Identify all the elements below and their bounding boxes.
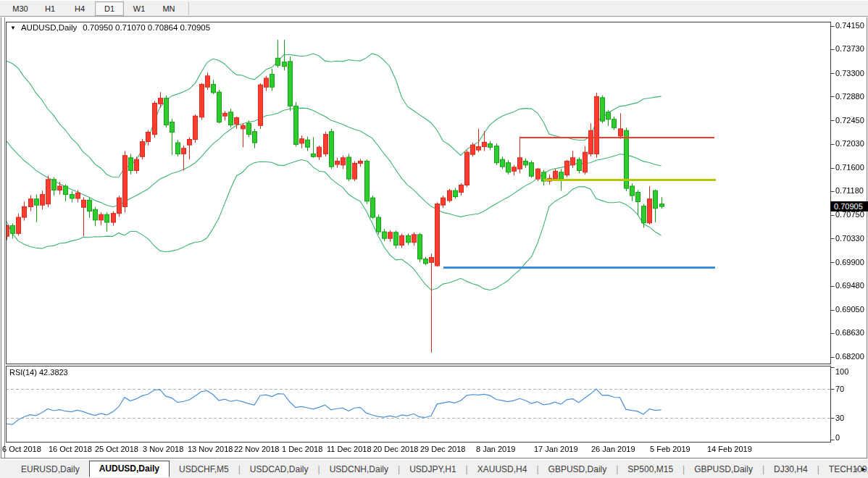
date-label: 3 Nov 2018 [143, 445, 183, 453]
price-tick-label: 0.68630 [835, 328, 864, 337]
date-label: 6 Oct 2018 [2, 445, 41, 453]
rsi-tick-label: 100 [835, 367, 848, 376]
date-label: 26 Jan 2019 [591, 445, 635, 453]
timeframe-button-H4[interactable]: H4 [65, 1, 94, 16]
date-label: 29 Dec 2018 [420, 445, 465, 453]
price-tick-label: 0.70750 [835, 210, 864, 219]
timeframe-button-M30[interactable]: M30 [6, 1, 35, 16]
tab-scroll-right-icon[interactable]: ▸ [861, 464, 866, 474]
rsi-tick-label: 30 [835, 414, 844, 422]
price-tick-label: 0.70330 [835, 234, 864, 243]
chart-dropdown-icon[interactable]: ▼ [10, 25, 16, 31]
tab-scroll-left-icon[interactable]: ◂ [854, 464, 858, 474]
date-label: 16 Oct 2018 [49, 445, 92, 453]
price-tick-label: 0.72450 [835, 116, 864, 125]
symbol-tab-bar: EURUSD,DailyAUDUSD,DailyUSDCHF,M5|USDCAD… [0, 459, 868, 478]
date-label: 17 Jan 2019 [534, 445, 578, 453]
timeframe-button-D1[interactable]: D1 [95, 1, 124, 16]
tab-dj30-h4[interactable]: DJ30,H4 [764, 461, 817, 477]
price-tick-label: 0.72880 [835, 92, 864, 101]
price-tick-label: 0.73730 [835, 44, 864, 53]
price-chart-canvas[interactable] [0, 0, 868, 478]
date-label: 1 Dec 2018 [282, 445, 322, 453]
rsi-indicator-label: RSI(14) 42.3823 [9, 368, 68, 377]
tab-usdchf-m5[interactable]: USDCHF,M5 [170, 461, 238, 477]
tab-eurusd-daily[interactable]: EURUSD,Daily [12, 461, 89, 477]
toolbar-separator [188, 2, 189, 15]
timeframe-button-W1[interactable]: W1 [125, 1, 154, 16]
date-label: 14 Feb 2019 [707, 445, 752, 453]
date-label: 5 Feb 2019 [650, 445, 690, 453]
tab-xauusd-h4[interactable]: XAUUSD,H4 [468, 461, 537, 477]
price-tick-label: 0.69050 [835, 305, 864, 314]
tab-gbpusd-daily[interactable]: GBPUSD,Daily [539, 461, 617, 477]
rsi-name: RSI(14) [9, 368, 37, 377]
timeframe-button-MN[interactable]: MN [154, 1, 183, 16]
date-label: 25 Oct 2018 [95, 445, 138, 453]
tab-gbpusd-daily[interactable]: GBPUSD,Daily [685, 461, 762, 477]
timeframe-button-H1[interactable]: H1 [36, 1, 64, 16]
price-tick-label: 0.74150 [835, 21, 864, 30]
chart-title: ▼AUDUSD,Daily0.70950 0.71070 0.70864 0.7… [10, 23, 210, 32]
tab-usdcad-daily[interactable]: USDCAD,Daily [241, 461, 318, 477]
tab-scroll-buttons: ◂ ▸ [854, 464, 866, 474]
tab-usdcnh-daily[interactable]: USDCNH,Daily [320, 461, 398, 477]
tab-usdjpy-h1[interactable]: USDJPY,H1 [400, 461, 465, 477]
tab-list: EURUSD,DailyAUDUSD,DailyUSDCHF,M5|USDCAD… [12, 461, 868, 477]
date-label: 22 Nov 2018 [234, 445, 279, 453]
mt4-window: M30H1H4D1W1MN ▼AUDUSD,Daily0.70950 0.710… [0, 0, 868, 478]
rsi-tick-label: 70 [835, 385, 844, 393]
rsi-tick-label: 0 [835, 433, 840, 442]
price-tick-label: 0.71600 [835, 163, 864, 172]
timeframe-toolbar: M30H1H4D1W1MN [0, 0, 868, 17]
chart-ohlc-values: 0.70950 0.71070 0.70864 0.70905 [83, 23, 210, 32]
price-tick-label: 0.69480 [835, 281, 864, 290]
date-label: 20 Dec 2018 [373, 445, 418, 453]
date-label: 8 Jan 2019 [476, 445, 515, 453]
price-tick-label: 0.68200 [835, 352, 864, 361]
tab-audusd-daily[interactable]: AUDUSD,Daily [89, 461, 170, 477]
tab-sp500-m15[interactable]: SP500,M15 [618, 461, 683, 477]
chart-symbol-label: AUDUSD,Daily [21, 23, 77, 32]
rsi-value: 42.3823 [39, 368, 68, 377]
date-label: 11 Dec 2018 [327, 445, 372, 453]
price-tick-label: 0.69900 [835, 258, 864, 267]
price-tick-label: 0.72030 [835, 139, 864, 148]
price-tick-label: 0.71180 [835, 186, 864, 195]
date-label: 13 Nov 2018 [188, 445, 233, 453]
price-tick-label: 0.73300 [835, 69, 864, 77]
